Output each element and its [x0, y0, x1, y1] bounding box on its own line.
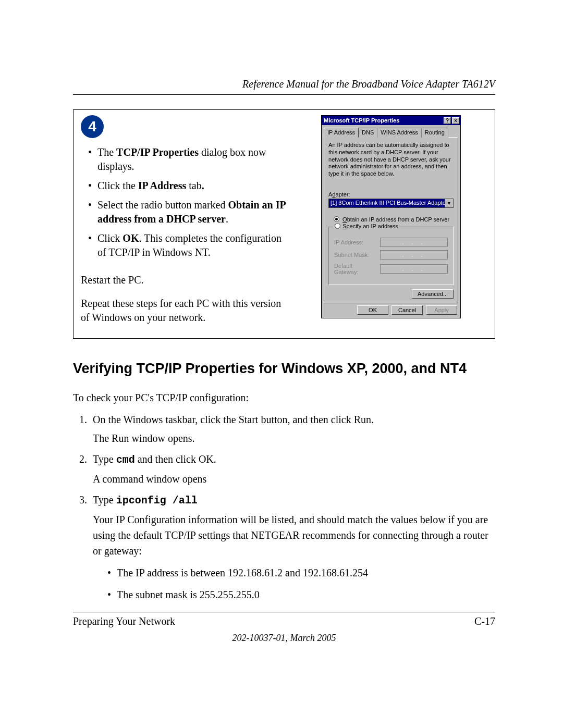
step-figure-column: Microsoft TCP/IP Properties ? × IP Addre… — [292, 110, 495, 338]
section-intro: To check your PC's TCP/IP configuration: — [73, 390, 495, 405]
close-icon[interactable]: × — [452, 117, 459, 124]
adapter-selected-value: [1] 3Com Etherlink III PCI Bus-Master Ad… — [329, 199, 445, 207]
cmd-text: ipconfig /all — [116, 495, 198, 507]
subnet-mask-row: Subnet Mask: . . . — [334, 250, 448, 260]
text: Select the radio button marked — [97, 199, 228, 211]
radio-icon — [335, 223, 340, 229]
tab-ip-address[interactable]: IP Address — [324, 128, 359, 138]
step-1: On the Windows taskbar, click the Start … — [90, 412, 495, 446]
step-1-result: The Run window opens. — [93, 430, 495, 446]
dialog-info-text: An IP address can be automatically assig… — [328, 142, 454, 178]
step-1-text: On the Windows taskbar, click the Start … — [93, 414, 374, 425]
specify-ip-group: Specify an IP address IP Address: . . . … — [328, 227, 454, 285]
text-bold: . — [202, 180, 204, 191]
text-bold: TCP/IP Properties — [116, 146, 199, 158]
text-bold: IP Address — [138, 180, 186, 191]
titlebar-buttons: ? × — [444, 117, 459, 124]
step-3-desc: Your IP Configuration information will b… — [93, 512, 495, 559]
header-rule — [73, 94, 495, 95]
text: Click — [97, 232, 123, 244]
step-2-result: A command window opens — [93, 471, 495, 487]
dialog-titlebar: Microsoft TCP/IP Properties ? × — [322, 116, 460, 125]
steps-list: On the Windows taskbar, click the Start … — [73, 412, 495, 602]
radio-label: Specify an IP address — [342, 223, 398, 229]
running-header: Reference Manual for the Broadband Voice… — [73, 78, 495, 90]
ip-address-field: . . . — [380, 238, 448, 247]
text: . — [226, 213, 228, 225]
step-number-badge: 4 — [81, 115, 104, 138]
step-3: Type ipconfig /all Your IP Configuration… — [90, 492, 495, 602]
tab-routing[interactable]: Routing — [421, 128, 448, 138]
apply-button[interactable]: Apply — [426, 305, 457, 315]
step-restart-text: Restart the PC. — [81, 273, 289, 287]
text-bold: OK — [123, 232, 139, 244]
step-3-sublist: The IP address is between 192.168.61.2 a… — [93, 565, 495, 602]
tab-wins[interactable]: WINS Address — [377, 128, 422, 138]
footer-left: Preparing Your Network — [73, 615, 175, 627]
tcpip-dialog: Microsoft TCP/IP Properties ? × IP Addre… — [321, 115, 461, 318]
dialog-tabs: IP Address DNS WINS Address Routing — [322, 125, 460, 137]
dialog-buttons: OK Cancel Apply — [322, 305, 460, 318]
adapter-label: Adapter: — [328, 191, 454, 198]
step-bullet-3: Select the radio button marked Obtain an… — [90, 198, 289, 226]
step-bullets: The TCP/IP Properties dialog box now dis… — [81, 145, 289, 260]
default-gateway-label: Default Gateway: — [334, 263, 378, 275]
step-bullet-4: Click OK. This completes the configurati… — [90, 231, 289, 260]
page: Reference Manual for the Broadband Voice… — [0, 0, 563, 728]
ip-address-row: IP Address: . . . — [334, 238, 448, 247]
step-bullet-2: Click the IP Address tab. — [90, 179, 289, 193]
sub-subnet-mask: The subnet mask is 255.255.255.0 — [107, 587, 495, 602]
default-gateway-row: Default Gateway: . . . — [334, 263, 448, 275]
chevron-down-icon[interactable]: ▼ — [445, 199, 453, 207]
dialog-panel: An IP address can be automatically assig… — [324, 137, 458, 303]
footer-row: Preparing Your Network C-17 — [73, 615, 495, 627]
step-3-text: Type ipconfig /all — [93, 494, 198, 505]
tab-dns[interactable]: DNS — [358, 128, 377, 138]
advanced-row: Advanced... — [328, 289, 454, 299]
step-2: Type cmd and then click OK. A command wi… — [90, 451, 495, 487]
footer-right: C-17 — [474, 615, 495, 627]
cancel-button[interactable]: Cancel — [391, 305, 423, 315]
radio-label: Obtain an IP address from a DHCP server — [342, 216, 449, 223]
text: tab — [186, 180, 201, 191]
help-icon[interactable]: ? — [444, 117, 451, 124]
footer-rule — [73, 612, 495, 612]
text: Click the — [97, 180, 138, 191]
radio-icon — [334, 216, 339, 222]
section-heading: Verifying TCP/IP Properties for Windows … — [73, 361, 495, 377]
step-bullet-1: The TCP/IP Properties dialog box now dis… — [90, 145, 289, 174]
ip-address-label: IP Address: — [334, 239, 378, 245]
footer-center: 202-10037-01, March 2005 — [73, 633, 495, 644]
default-gateway-field: . . . — [380, 264, 448, 274]
radio-obtain-dhcp[interactable]: Obtain an IP address from a DHCP server — [328, 211, 454, 224]
text: The — [97, 146, 116, 158]
sub-ip-range: The IP address is between 192.168.61.2 a… — [107, 565, 495, 581]
step-repeat-text: Repeat these steps for each PC with this… — [81, 297, 289, 325]
radio-specify-ip[interactable]: Specify an IP address — [333, 223, 400, 229]
advanced-button[interactable]: Advanced... — [412, 289, 454, 299]
step-text-column: 4 The TCP/IP Properties dialog box now d… — [74, 110, 292, 338]
dialog-title: Microsoft TCP/IP Properties — [324, 117, 399, 124]
adapter-combobox[interactable]: [1] 3Com Etherlink III PCI Bus-Master Ad… — [328, 199, 454, 208]
cmd-text: cmd — [116, 454, 135, 466]
step-box: 4 The TCP/IP Properties dialog box now d… — [73, 109, 495, 339]
step-2-text: Type cmd and then click OK. — [93, 453, 216, 465]
ok-button[interactable]: OK — [357, 305, 388, 315]
subnet-mask-label: Subnet Mask: — [334, 252, 378, 258]
subnet-mask-field: . . . — [380, 250, 448, 260]
